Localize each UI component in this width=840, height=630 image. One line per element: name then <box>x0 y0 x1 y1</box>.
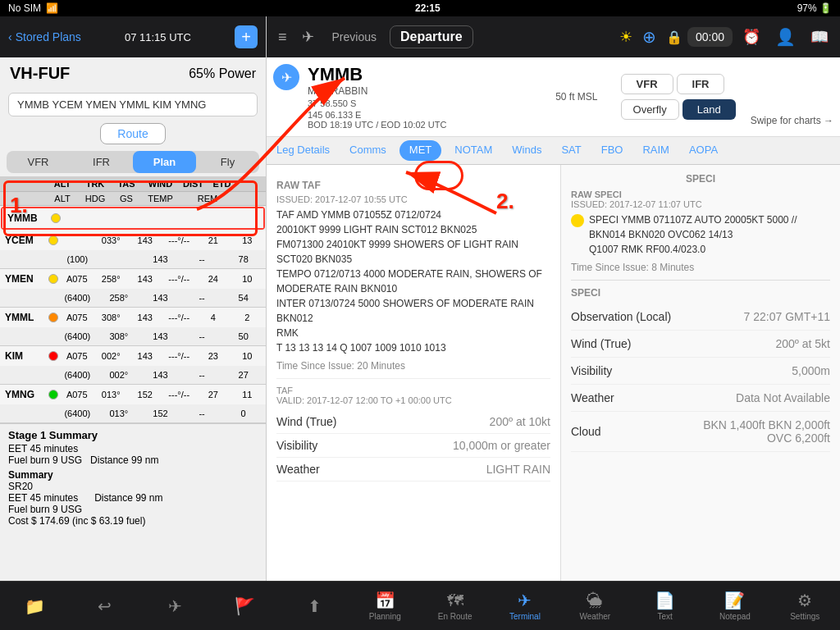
plane-icon[interactable]: ✈ <box>297 25 319 49</box>
tab-notam[interactable]: NOTAM <box>445 137 502 164</box>
bottom-tab-notepad[interactable]: 📝 Notepad <box>700 582 769 630</box>
bottom-tab-folder[interactable]: 📁 <box>0 582 70 630</box>
raw-taf-title: RAW TAF <box>276 180 550 191</box>
vfr-button[interactable]: VFR <box>621 74 673 94</box>
land-button[interactable]: Land <box>682 99 736 120</box>
waypoint-ycem[interactable]: YCEM 033° 143 ---°/-- 21 13 (100) 143 -- <box>0 231 266 269</box>
wp-dot-ymml <box>48 313 58 322</box>
previous-button[interactable]: Previous <box>324 27 385 47</box>
tab-fbo[interactable]: FBO <box>591 137 633 164</box>
wp-alt-ymen1: A075 <box>60 272 94 286</box>
wp-gs-ycem2: 143 <box>139 252 181 267</box>
tab-sat[interactable]: SAT <box>551 137 591 164</box>
wp-etd-ymng1: 11 <box>231 387 265 402</box>
wp-rem-ymng2: 0 <box>222 406 264 421</box>
tab-leg-details[interactable]: Leg Details <box>267 137 340 164</box>
speci-section-title: SPECI <box>571 173 830 185</box>
menu-icon[interactable]: ≡ <box>273 25 292 49</box>
tab-fly[interactable]: Fly <box>196 151 259 173</box>
bottom-tab-planning[interactable]: 📅 Planning <box>350 582 420 630</box>
waypoint-kim[interactable]: KIM A075 002° 143 ---°/-- 23 10 (6400) 0… <box>0 346 266 385</box>
waypoint-ymng[interactable]: YMNG A075 013° 152 ---°/-- 27 11 (6400) … <box>0 385 266 423</box>
raw-speci-title: RAW SPECI <box>571 189 830 199</box>
wp-alt-ycem1 <box>60 238 94 243</box>
bottom-tab-flag[interactable]: 🚩 <box>210 582 280 630</box>
chevron-left-icon: ‹ <box>8 30 12 43</box>
stage-summary-title: Stage 1 Summary <box>8 429 258 441</box>
bottom-tab-home[interactable]: ✈ <box>140 582 210 630</box>
summary-row2: EET 45 minutes Distance 99 nm <box>8 492 258 504</box>
waypoint-ymmb[interactable]: YMMB <box>1 207 265 230</box>
planning-label: Planning <box>369 612 401 621</box>
speci-cloud-value: BKN 1,400ft BKN 2,000ft OVC 6,200ft <box>682 418 830 445</box>
speci-vis-label: Visibility <box>571 364 612 377</box>
wp-alt-ymng2: (6400) <box>57 406 98 421</box>
wp-dist-kim1: 23 <box>196 349 231 363</box>
right-nav-tabs: Leg Details Comms MET NOTAM Winds SAT FB… <box>267 137 840 165</box>
wp-subname-ymen <box>2 295 47 300</box>
wp-dist-ymml1: 4 <box>196 310 231 325</box>
wp-wind-ymml1: ---°/-- <box>162 310 197 325</box>
speci-pane: SPECI RAW SPECI ISSUED: 2017-12-07 11:07… <box>561 165 840 581</box>
status-left: No SIM 📶 <box>8 2 58 14</box>
wp-trk-kim1: 002° <box>94 349 129 363</box>
departure-button[interactable]: Departure <box>390 25 473 48</box>
wp-alt-ycem2: (100) <box>57 252 98 267</box>
wp-subname-ymng <box>2 411 47 416</box>
overfly-land-row: Overfly Land <box>621 99 736 120</box>
wp-alt-ymml2: (6400) <box>57 329 98 344</box>
wp-gs-kim2: 143 <box>139 368 181 382</box>
alarm-icon[interactable]: ⏰ <box>737 25 765 49</box>
content-split: RAW TAF ISSUED: 2017-12-07 10:55 UTC TAF… <box>267 165 840 581</box>
wp-gs-ymml2: 143 <box>139 329 181 344</box>
flag-icon: 🚩 <box>235 596 255 616</box>
tab-plan[interactable]: Plan <box>133 151 196 173</box>
wp-trk-ymng1: 013° <box>94 387 129 402</box>
route-button[interactable]: Route <box>100 123 165 144</box>
terminal-label: Terminal <box>509 612 541 621</box>
met-pane: RAW TAF ISSUED: 2017-12-07 10:55 UTC TAF… <box>267 165 561 581</box>
bottom-tab-back[interactable]: ↩ <box>70 582 139 630</box>
overfly-button[interactable]: Overfly <box>621 99 679 120</box>
person-icon[interactable]: 👤 <box>770 24 801 50</box>
tab-winds[interactable]: Winds <box>502 137 551 164</box>
lifering-icon[interactable]: ⊕ <box>637 24 661 50</box>
text-label: Text <box>657 612 672 621</box>
wp-dot-ymen <box>48 274 58 284</box>
tab-ifr[interactable]: IFR <box>70 151 133 173</box>
wp-etd-kim1: 10 <box>231 349 265 363</box>
wp-dot-kim <box>48 351 58 361</box>
airport-icon: ✈ <box>273 64 299 90</box>
back-button[interactable]: ‹ Stored Plans <box>8 30 81 43</box>
ifr-button[interactable]: IFR <box>677 74 725 94</box>
wp-alt-ymng1: A075 <box>60 387 94 402</box>
bottom-tab-share[interactable]: ⬆ <box>280 582 349 630</box>
tab-met[interactable]: MET <box>399 140 441 161</box>
bottom-tab-text[interactable]: 📄 Text <box>630 582 700 630</box>
bottom-tab-terminal[interactable]: ✈ Terminal <box>490 582 559 630</box>
book-icon[interactable]: 📖 <box>806 25 833 49</box>
text-icon: 📄 <box>655 591 675 610</box>
bottom-tab-settings[interactable]: ⚙ Settings <box>770 582 840 630</box>
speci-wind-label: Wind (True) <box>571 337 631 350</box>
speci-row-vis: Visibility 5,000m <box>571 358 830 385</box>
waypoint-ymen[interactable]: YMEN A075 258° 143 ---°/-- 24 10 (6400) … <box>0 269 266 308</box>
tab-vfr[interactable]: VFR <box>7 151 70 173</box>
aircraft-id: VH-FUF <box>10 64 70 83</box>
waypoint-ymml[interactable]: YMML A075 308° 143 ---°/-- 4 2 (6400) 30… <box>0 308 266 346</box>
add-button[interactable]: + <box>235 25 258 48</box>
wp-hdg-ymml2: 308° <box>98 329 140 344</box>
wp-etd-ycem1: 13 <box>231 233 265 248</box>
wp-etd-ymmb1 <box>229 216 262 221</box>
bottom-tab-weather[interactable]: 🌦 Weather <box>560 582 630 630</box>
summary-distance2: Distance 99 nm <box>94 492 162 504</box>
aircraft-info: VH-FUF 65% Power <box>0 57 266 89</box>
met-wind-value: 200º at 10kt <box>490 415 550 428</box>
airport-info-bar: ✈ YMMB MOORABBIN 37 58.550 S 145 06.133 … <box>267 57 840 137</box>
tab-raim[interactable]: RAIM <box>632 137 679 164</box>
summary-fuel2: Fuel burn 9 USG <box>8 504 258 515</box>
tab-comms[interactable]: Comms <box>340 137 396 164</box>
tab-aopa[interactable]: AOPA <box>679 137 728 164</box>
bottom-tab-enroute[interactable]: 🗺 En Route <box>420 582 490 630</box>
col-header-dist: DIST <box>179 176 208 191</box>
